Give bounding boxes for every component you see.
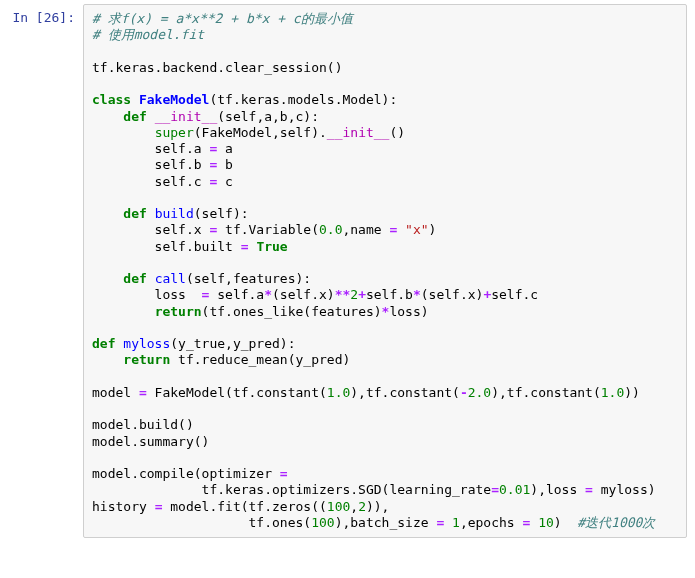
code-token: return: [155, 304, 202, 319]
code-token: 2.0: [468, 385, 491, 400]
code-token: (tf.ones_like(features): [202, 304, 382, 319]
code-token: +: [358, 287, 366, 302]
code-token: **: [335, 287, 351, 302]
code-token: [92, 206, 123, 221]
code-token: 0.0: [319, 222, 342, 237]
code-token: 1.0: [327, 385, 350, 400]
code-token: [92, 125, 155, 140]
code-token: ),batch_size: [335, 515, 437, 530]
code-token: [288, 466, 296, 481]
code-token: b: [217, 157, 233, 172]
code-token: (self.x): [272, 287, 335, 302]
code-content[interactable]: # 求f(x) = a*x**2 + b*x + c的最小值 # 使用model…: [92, 11, 678, 531]
code-token: myloss: [123, 336, 170, 351]
code-token: tf.keras.optimizers.SGD(learning_rate: [92, 482, 491, 497]
code-token: c: [217, 174, 233, 189]
code-token: model: [92, 385, 139, 400]
code-token: ),tf.constant(: [350, 385, 460, 400]
code-token: True: [256, 239, 287, 254]
code-token: self.c: [92, 174, 209, 189]
code-token: def: [123, 109, 146, 124]
prompt-suffix: ]:: [59, 10, 75, 25]
code-token: def: [92, 336, 115, 351]
code-token: call: [155, 271, 186, 286]
code-token: myloss): [593, 482, 656, 497]
code-token: # 求f(x) = a*x**2 + b*x + c的最小值: [92, 11, 353, 26]
code-token: [131, 92, 139, 107]
code-token: self.a: [92, 141, 209, 156]
code-token: [147, 206, 155, 221]
code-token: 0.01: [499, 482, 530, 497]
prompt-prefix: In [: [12, 10, 43, 25]
code-token: [444, 515, 452, 530]
code-token: self.x: [92, 222, 209, 237]
code-token: model.summary(): [92, 434, 209, 449]
code-token: FakeModel: [139, 92, 209, 107]
code-token: =: [280, 466, 288, 481]
code-token: ),tf.constant(: [491, 385, 601, 400]
code-token: model.fit(tf.zeros((: [162, 499, 326, 514]
code-token: 1: [452, 515, 460, 530]
code-token: 1.0: [601, 385, 624, 400]
code-token: self.b: [92, 157, 209, 172]
code-token: )),: [366, 499, 389, 514]
code-token: ,epochs: [460, 515, 523, 530]
code-token: (tf.keras.models.Model):: [209, 92, 397, 107]
code-token: =: [491, 482, 499, 497]
code-token: *: [413, 287, 421, 302]
code-token: #迭代1000次: [577, 515, 655, 530]
code-token: # 使用model.fit: [92, 27, 204, 42]
code-token: tf.Variable(: [217, 222, 319, 237]
code-input-area[interactable]: # 求f(x) = a*x**2 + b*x + c的最小值 # 使用model…: [83, 4, 687, 538]
code-token: =: [139, 385, 147, 400]
code-token: "x": [405, 222, 428, 237]
code-token: (self.x): [421, 287, 484, 302]
code-token: [397, 222, 405, 237]
code-token: (self,features):: [186, 271, 311, 286]
code-cell: In [26]: # 求f(x) = a*x**2 + b*x + c的最小值 …: [0, 0, 695, 542]
code-token: build: [155, 206, 194, 221]
code-token: loss: [92, 287, 202, 302]
code-token: def: [123, 206, 146, 221]
code-token: ,: [350, 499, 358, 514]
code-token: 2: [358, 499, 366, 514]
code-token: self.built: [92, 239, 241, 254]
code-token: ): [554, 515, 577, 530]
code-token: tf.keras.backend.clear_session(): [92, 60, 342, 75]
code-token: model.compile(optimizer: [92, 466, 280, 481]
code-token: __init__: [155, 109, 218, 124]
code-token: [92, 352, 123, 367]
code-token: tf.ones(: [92, 515, 311, 530]
code-token: model.build(): [92, 417, 194, 432]
code-token: [92, 109, 123, 124]
code-token: 100: [327, 499, 350, 514]
code-token: (self,a,b,c):: [217, 109, 319, 124]
code-token: [147, 271, 155, 286]
code-token: FakeModel(tf.constant(: [147, 385, 327, 400]
code-token: return: [123, 352, 170, 367]
code-token: =: [241, 239, 249, 254]
code-token: [147, 109, 155, 124]
code-token: history: [92, 499, 155, 514]
code-token: =: [585, 482, 593, 497]
code-token: self.c: [491, 287, 538, 302]
code-token: (): [389, 125, 405, 140]
code-token: -: [460, 385, 468, 400]
code-token: )): [624, 385, 640, 400]
code-token: [530, 515, 538, 530]
code-token: [92, 271, 123, 286]
code-token: *: [264, 287, 272, 302]
code-token: ,name: [342, 222, 389, 237]
code-token: ),loss: [530, 482, 585, 497]
code-token: (self):: [194, 206, 249, 221]
code-token: loss): [389, 304, 428, 319]
code-token: a: [217, 141, 233, 156]
code-token: self.a: [209, 287, 264, 302]
input-prompt: In [26]:: [0, 4, 83, 538]
code-token: (y_true,y_pred):: [170, 336, 295, 351]
code-token: self.b: [366, 287, 413, 302]
code-token: __init__: [327, 125, 390, 140]
prompt-count: 26: [44, 10, 60, 25]
code-token: super: [155, 125, 194, 140]
code-token: 10: [538, 515, 554, 530]
